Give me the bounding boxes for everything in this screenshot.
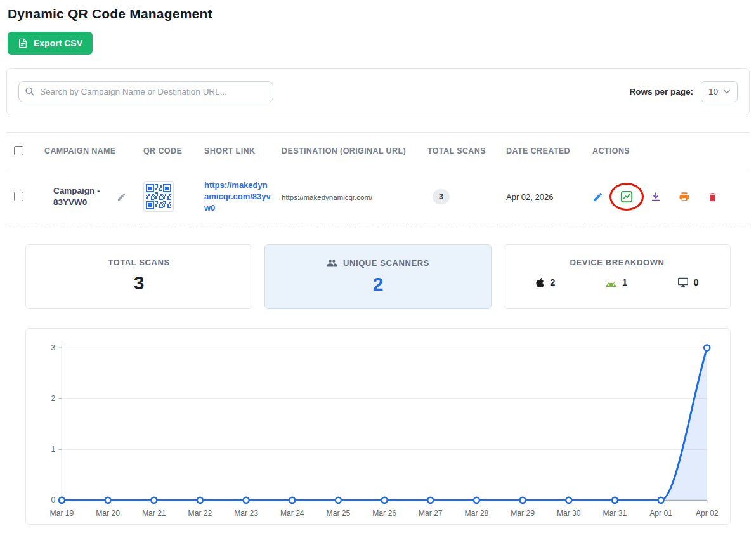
svg-text:Mar 31: Mar 31 [603, 508, 627, 517]
unique-scanners-card[interactable]: UNIQUE SCANNERS 2 [264, 244, 492, 309]
trash-icon [707, 192, 718, 202]
svg-text:Mar 30: Mar 30 [557, 508, 581, 517]
svg-text:Mar 27: Mar 27 [419, 508, 443, 517]
android-count: 1 [622, 277, 627, 287]
destination-url: https://makedynamicqr.com/ [282, 194, 372, 201]
device-breakdown-label: DEVICE BREAKDOWN [511, 258, 724, 267]
total-scans-badge: 3 [433, 189, 450, 204]
select-all-checkbox[interactable] [14, 146, 23, 155]
short-link[interactable]: https://makedynamicqr.com/83yvw0 [204, 180, 271, 214]
svg-text:Mar 20: Mar 20 [96, 508, 120, 517]
printer-icon [679, 191, 690, 202]
unique-scanners-value: 2 [271, 273, 485, 294]
header-campaign-name: CAMPAIGN NAME [39, 133, 138, 169]
download-button[interactable] [650, 191, 662, 202]
page-title: Dynamic QR Code Management [8, 6, 750, 22]
edit-button[interactable] [592, 192, 603, 202]
scans-line-chart: 0123Mar 19Mar 20Mar 21Mar 22Mar 23Mar 24… [32, 338, 724, 522]
header-actions: ACTIONS [587, 133, 750, 169]
delete-button[interactable] [707, 192, 718, 202]
device-breakdown-row: 2 1 [511, 277, 724, 288]
qr-codes-table: CAMPAIGN NAME QR CODE SHORT LINK DESTINA… [6, 132, 750, 225]
svg-text:Mar 28: Mar 28 [465, 508, 489, 517]
rows-per-page-value: 10 [708, 87, 718, 96]
search-icon [25, 86, 35, 99]
desktop-count: 0 [694, 277, 699, 287]
search-input[interactable] [18, 81, 273, 102]
header-date-created: DATE CREATED [501, 133, 587, 169]
export-csv-label: Export CSV [34, 38, 82, 48]
svg-text:1: 1 [51, 445, 56, 454]
total-scans-label: TOTAL SCANS [32, 258, 245, 267]
total-scans-value: 3 [32, 272, 245, 293]
print-button[interactable] [679, 191, 690, 202]
android-icon [605, 278, 617, 287]
total-scans-card[interactable]: TOTAL SCANS 3 [25, 244, 252, 309]
search-box [18, 81, 273, 102]
ios-count: 2 [550, 277, 555, 287]
line-chart-icon [620, 190, 633, 203]
header-destination: DESTINATION (ORIGINAL URL) [277, 133, 422, 169]
device-breakdown-card: DEVICE BREAKDOWN 2 [504, 244, 731, 309]
svg-text:Mar 23: Mar 23 [234, 508, 258, 517]
stats-row: TOTAL SCANS 3 UNIQUE SCANNERS 2 DEVICE B… [25, 244, 731, 309]
analytics-button[interactable] [620, 190, 633, 203]
analytics-action-wrap [620, 190, 633, 203]
file-csv-icon [18, 38, 28, 48]
header-short-link: SHORT LINK [199, 133, 277, 169]
svg-text:Mar 25: Mar 25 [327, 508, 351, 517]
svg-text:3: 3 [51, 343, 56, 352]
rename-campaign-button[interactable] [117, 192, 126, 202]
svg-text:Apr 01: Apr 01 [649, 508, 672, 517]
unique-scanners-header: UNIQUE SCANNERS [271, 258, 485, 268]
scan-activity-chart-card: 0123Mar 19Mar 20Mar 21Mar 22Mar 23Mar 24… [25, 328, 731, 525]
analytics-panel: TOTAL SCANS 3 UNIQUE SCANNERS 2 DEVICE B… [6, 225, 750, 533]
unique-scanners-label: UNIQUE SCANNERS [343, 258, 429, 268]
edit-pencil-icon [592, 192, 603, 202]
rows-per-page-label: Rows per page: [629, 87, 693, 96]
pencil-icon [117, 192, 126, 202]
svg-text:Mar 21: Mar 21 [142, 508, 166, 517]
desktop-device-item: 0 [677, 277, 699, 287]
ios-device-item: 2 [535, 277, 555, 288]
table-header-row: CAMPAIGN NAME QR CODE SHORT LINK DESTINA… [6, 133, 750, 169]
header-qr-code: QR CODE [138, 133, 199, 169]
qr-code-image [146, 184, 171, 209]
download-icon [650, 191, 662, 202]
svg-text:Mar 26: Mar 26 [372, 508, 396, 517]
export-csv-button[interactable]: Export CSV [8, 32, 93, 55]
svg-text:Mar 24: Mar 24 [280, 508, 304, 517]
svg-text:Mar 19: Mar 19 [50, 508, 74, 517]
desktop-monitor-icon [677, 277, 689, 287]
android-device-item: 1 [605, 277, 627, 287]
qr-code-thumbnail[interactable] [143, 181, 174, 212]
row-actions [592, 190, 745, 203]
apple-icon [535, 277, 545, 288]
rows-per-page: Rows per page: 10 [629, 81, 738, 102]
svg-text:0: 0 [51, 496, 56, 504]
people-icon [327, 258, 337, 268]
page: Dynamic QR Code Management Export CSV Ro… [0, 6, 756, 533]
date-created: Apr 02, 2026 [506, 192, 553, 202]
svg-text:Apr 02: Apr 02 [696, 508, 719, 517]
rows-per-page-select[interactable]: 10 [701, 81, 738, 102]
row-checkbox[interactable] [14, 192, 23, 201]
svg-text:Mar 29: Mar 29 [511, 508, 535, 517]
chevron-down-icon [724, 89, 730, 94]
header-total-scans: TOTAL SCANS [422, 133, 501, 169]
filter-bar: Rows per page: 10 [6, 68, 750, 115]
svg-text:Mar 22: Mar 22 [188, 508, 212, 517]
table-row: Campaign - 83YVW0 https://makedynam [6, 169, 750, 225]
campaign-name: Campaign - 83YVW0 [53, 185, 107, 208]
svg-text:2: 2 [51, 394, 56, 403]
